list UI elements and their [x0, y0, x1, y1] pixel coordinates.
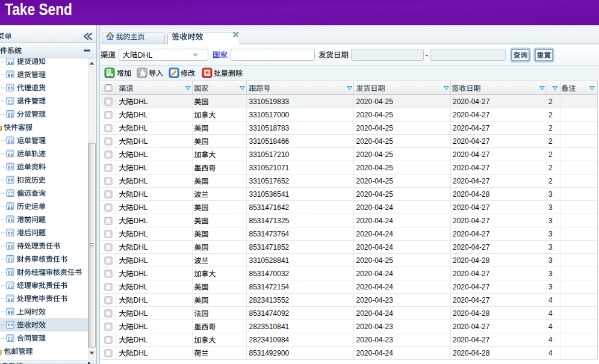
svg-text:2020-04-27: 2020-04-27 — [453, 243, 490, 251]
svg-text:8531471325: 8531471325 — [249, 217, 290, 225]
svg-text:DHL: DHL — [134, 296, 148, 304]
svg-text:3: 3 — [548, 203, 553, 212]
svg-text:2020-04-24: 2020-04-24 — [356, 203, 394, 212]
svg-text:2020-04-27: 2020-04-27 — [453, 203, 490, 212]
svg-text:DHL: DHL — [134, 190, 148, 199]
svg-text:4: 4 — [548, 349, 553, 357]
svg-text:2020-04-24: 2020-04-24 — [356, 309, 394, 318]
svg-text:2020-04-23: 2020-04-23 — [356, 322, 394, 331]
svg-text:DHL: DHL — [134, 349, 148, 357]
svg-text:3310536541: 3310536541 — [249, 190, 290, 199]
svg-text:2020-04-27: 2020-04-27 — [453, 217, 490, 225]
svg-text:Take Send: Take Send — [5, 1, 72, 19]
svg-text:2020-04-24: 2020-04-24 — [356, 243, 394, 251]
svg-text:2020-04-24: 2020-04-24 — [356, 283, 394, 291]
svg-text:2020-04-27: 2020-04-27 — [453, 137, 490, 146]
svg-text:2823413552: 2823413552 — [249, 296, 290, 304]
svg-text:8531471852: 8531471852 — [249, 243, 290, 251]
svg-text:DHL: DHL — [138, 51, 153, 60]
svg-text:2020-04-28: 2020-04-28 — [453, 190, 490, 199]
svg-text:3310528841: 3310528841 — [249, 256, 290, 265]
svg-text:2020-04-25: 2020-04-25 — [356, 177, 394, 185]
svg-text:3310519833: 3310519833 — [249, 97, 290, 106]
svg-text:8531473764: 8531473764 — [249, 230, 290, 238]
svg-text:DHL: DHL — [134, 336, 148, 344]
svg-text:2: 2 — [548, 164, 553, 172]
svg-text:4: 4 — [548, 296, 553, 304]
svg-text:3: 3 — [548, 243, 553, 251]
svg-text:2020-04-27: 2020-04-27 — [453, 322, 490, 331]
svg-text:2: 2 — [548, 97, 553, 106]
svg-text:2020-04-27: 2020-04-27 — [453, 164, 490, 172]
svg-text:2020-04-25: 2020-04-25 — [356, 190, 394, 199]
svg-text:2020-04-27: 2020-04-27 — [453, 111, 490, 119]
svg-text:DHL: DHL — [134, 97, 148, 106]
svg-text:8531470032: 8531470032 — [249, 270, 290, 278]
svg-text:DHL: DHL — [134, 111, 148, 119]
svg-text:2020-04-27: 2020-04-27 — [453, 230, 490, 238]
svg-text:2020-04-25: 2020-04-25 — [356, 256, 394, 265]
svg-text:2020-04-27: 2020-04-27 — [453, 296, 490, 304]
svg-text:2020-04-23: 2020-04-23 — [356, 296, 394, 304]
svg-text:3: 3 — [548, 283, 553, 291]
svg-text:2020-04-25: 2020-04-25 — [356, 150, 394, 159]
svg-text:8531492900: 8531492900 — [249, 349, 290, 357]
svg-text:3: 3 — [548, 256, 553, 265]
svg-text:DHL: DHL — [134, 243, 148, 251]
svg-text:3310521071: 3310521071 — [249, 164, 290, 172]
svg-text:DHL: DHL — [134, 150, 148, 159]
svg-text:3: 3 — [548, 190, 553, 199]
svg-text:2020-04-25: 2020-04-25 — [356, 124, 394, 132]
svg-text:2020-04-25: 2020-04-25 — [356, 164, 394, 172]
svg-text:DHL: DHL — [134, 217, 148, 225]
svg-text:2020-04-24: 2020-04-24 — [356, 270, 394, 278]
svg-text:4: 4 — [548, 309, 553, 318]
svg-text:DHL: DHL — [134, 164, 148, 172]
svg-text:2020-04-28: 2020-04-28 — [453, 349, 490, 357]
svg-text:3: 3 — [548, 270, 553, 278]
svg-text:8531472154: 8531472154 — [249, 283, 290, 291]
svg-text:2020-04-27: 2020-04-27 — [453, 150, 490, 159]
svg-text:4: 4 — [548, 336, 553, 344]
svg-text:2: 2 — [548, 124, 553, 132]
svg-text:DHL: DHL — [134, 309, 148, 318]
svg-text:DHL: DHL — [134, 256, 148, 265]
svg-text:2020-04-27: 2020-04-27 — [453, 177, 490, 185]
svg-text:2020-04-24: 2020-04-24 — [356, 230, 394, 238]
svg-text:2823510841: 2823510841 — [249, 322, 290, 331]
svg-text:DHL: DHL — [134, 137, 148, 146]
svg-text:2020-04-27: 2020-04-27 — [453, 270, 490, 278]
svg-text:2020-04-27: 2020-04-27 — [453, 336, 490, 344]
svg-text:DHL: DHL — [134, 322, 148, 331]
svg-text:3310518466: 3310518466 — [249, 137, 290, 146]
svg-text:3: 3 — [548, 217, 553, 225]
svg-text:3310517652: 3310517652 — [249, 177, 290, 185]
svg-text:2: 2 — [548, 177, 553, 185]
svg-text:3310517000: 3310517000 — [249, 111, 290, 119]
svg-text:3310518783: 3310518783 — [249, 124, 290, 132]
svg-text:8531474092: 8531474092 — [249, 309, 290, 318]
svg-text:2020-04-23: 2020-04-23 — [356, 336, 394, 344]
svg-text:8531471642: 8531471642 — [249, 203, 290, 212]
svg-text:DHL: DHL — [134, 177, 148, 185]
svg-text:2020-04-27: 2020-04-27 — [453, 124, 490, 132]
svg-text:DHL: DHL — [134, 230, 148, 238]
svg-text:2020-04-28: 2020-04-28 — [453, 256, 490, 265]
svg-text:2: 2 — [548, 137, 553, 146]
svg-text:2020-04-24: 2020-04-24 — [356, 349, 394, 357]
svg-text:2020-04-25: 2020-04-25 — [356, 97, 394, 106]
svg-text:DHL: DHL — [134, 203, 148, 212]
svg-text:DHL: DHL — [134, 270, 148, 278]
svg-text:DHL: DHL — [134, 124, 148, 132]
svg-text:-: - — [426, 51, 428, 60]
svg-text:2020-04-27: 2020-04-27 — [453, 97, 490, 106]
svg-text:3310517210: 3310517210 — [249, 150, 290, 159]
svg-text:4: 4 — [548, 322, 553, 331]
svg-text:2020-04-27: 2020-04-27 — [453, 283, 490, 291]
svg-text:2823410984: 2823410984 — [249, 336, 290, 344]
svg-text:2020-04-24: 2020-04-24 — [356, 217, 394, 225]
svg-text:3: 3 — [548, 230, 553, 238]
svg-text:2020-04-28: 2020-04-28 — [453, 309, 490, 318]
svg-text:2020-04-25: 2020-04-25 — [356, 137, 394, 146]
svg-text:DHL: DHL — [134, 283, 148, 291]
